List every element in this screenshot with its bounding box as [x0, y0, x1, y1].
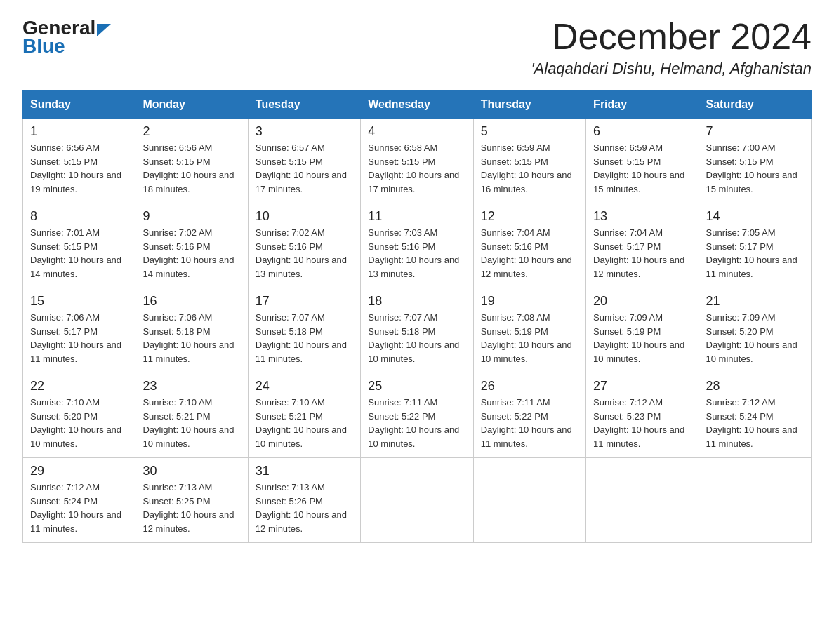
day-number: 4: [368, 124, 465, 139]
calendar-table: SundayMondayTuesdayWednesdayThursdayFrid…: [22, 90, 812, 543]
day-number: 8: [30, 209, 128, 224]
calendar-cell: 12 Sunrise: 7:04 AM Sunset: 5:16 PM Dayl…: [473, 203, 585, 288]
day-info: Sunrise: 7:12 AM Sunset: 5:24 PM Dayligh…: [706, 396, 804, 450]
day-number: 3: [256, 124, 353, 139]
svg-marker-0: [97, 24, 111, 36]
calendar-cell: 4 Sunrise: 6:58 AM Sunset: 5:15 PM Dayli…: [361, 119, 473, 203]
calendar-cell: [361, 458, 473, 543]
calendar-cell: 16 Sunrise: 7:06 AM Sunset: 5:18 PM Dayl…: [135, 288, 248, 373]
day-number: 10: [256, 209, 353, 224]
day-info: Sunrise: 7:09 AM Sunset: 5:19 PM Dayligh…: [593, 311, 691, 365]
day-number: 19: [481, 294, 578, 309]
day-number: 27: [593, 379, 691, 394]
calendar-day-header: Sunday: [23, 91, 135, 119]
calendar-cell: 10 Sunrise: 7:02 AM Sunset: 5:16 PM Dayl…: [248, 203, 360, 288]
day-number: 24: [256, 379, 353, 394]
day-number: 25: [368, 379, 465, 394]
logo: General Blue: [22, 17, 111, 58]
day-info: Sunrise: 6:58 AM Sunset: 5:15 PM Dayligh…: [368, 141, 465, 196]
calendar-cell: 31 Sunrise: 7:13 AM Sunset: 5:26 PM Dayl…: [248, 458, 360, 543]
day-number: 15: [30, 294, 128, 309]
calendar-cell: 15 Sunrise: 7:06 AM Sunset: 5:17 PM Dayl…: [23, 288, 135, 373]
calendar-cell: 17 Sunrise: 7:07 AM Sunset: 5:18 PM Dayl…: [248, 288, 360, 373]
day-info: Sunrise: 7:04 AM Sunset: 5:16 PM Dayligh…: [481, 226, 578, 281]
calendar-cell: 2 Sunrise: 6:56 AM Sunset: 5:15 PM Dayli…: [135, 119, 248, 203]
calendar-cell: 18 Sunrise: 7:07 AM Sunset: 5:18 PM Dayl…: [361, 288, 473, 373]
calendar-cell: 24 Sunrise: 7:10 AM Sunset: 5:21 PM Dayl…: [248, 373, 360, 458]
day-number: 2: [143, 124, 240, 139]
calendar-week-row: 15 Sunrise: 7:06 AM Sunset: 5:17 PM Dayl…: [23, 288, 812, 373]
day-number: 12: [481, 209, 578, 224]
calendar-cell: 11 Sunrise: 7:03 AM Sunset: 5:16 PM Dayl…: [361, 203, 473, 288]
page-title: December 2024: [531, 17, 812, 57]
day-info: Sunrise: 7:06 AM Sunset: 5:18 PM Dayligh…: [143, 311, 240, 365]
day-info: Sunrise: 7:10 AM Sunset: 5:21 PM Dayligh…: [256, 396, 353, 450]
calendar-week-row: 22 Sunrise: 7:10 AM Sunset: 5:20 PM Dayl…: [23, 373, 812, 458]
calendar-header-row: SundayMondayTuesdayWednesdayThursdayFrid…: [23, 91, 812, 119]
calendar-cell: 6 Sunrise: 6:59 AM Sunset: 5:15 PM Dayli…: [586, 119, 699, 203]
day-number: 22: [30, 379, 128, 394]
day-info: Sunrise: 7:09 AM Sunset: 5:20 PM Dayligh…: [706, 311, 804, 365]
day-number: 23: [143, 379, 240, 394]
calendar-cell: [473, 458, 585, 543]
day-number: 26: [481, 379, 578, 394]
day-info: Sunrise: 7:00 AM Sunset: 5:15 PM Dayligh…: [706, 141, 804, 196]
day-info: Sunrise: 7:06 AM Sunset: 5:17 PM Dayligh…: [30, 311, 128, 365]
calendar-cell: 27 Sunrise: 7:12 AM Sunset: 5:23 PM Dayl…: [586, 373, 699, 458]
calendar-day-header: Monday: [135, 91, 248, 119]
day-info: Sunrise: 6:57 AM Sunset: 5:15 PM Dayligh…: [256, 141, 353, 196]
day-info: Sunrise: 7:02 AM Sunset: 5:16 PM Dayligh…: [143, 226, 240, 281]
day-number: 30: [143, 464, 240, 478]
day-info: Sunrise: 7:12 AM Sunset: 5:24 PM Dayligh…: [30, 481, 128, 535]
day-number: 28: [706, 379, 804, 394]
day-number: 16: [143, 294, 240, 309]
page-header: General Blue December 2024 'Alaqahdari D…: [22, 17, 812, 78]
calendar-week-row: 8 Sunrise: 7:01 AM Sunset: 5:15 PM Dayli…: [23, 203, 812, 288]
calendar-cell: 25 Sunrise: 7:11 AM Sunset: 5:22 PM Dayl…: [361, 373, 473, 458]
day-number: 18: [368, 294, 465, 309]
day-number: 29: [30, 464, 128, 478]
calendar-cell: 5 Sunrise: 6:59 AM Sunset: 5:15 PM Dayli…: [473, 119, 585, 203]
day-info: Sunrise: 6:59 AM Sunset: 5:15 PM Dayligh…: [481, 141, 578, 196]
calendar-cell: 21 Sunrise: 7:09 AM Sunset: 5:20 PM Dayl…: [699, 288, 811, 373]
day-number: 9: [143, 209, 240, 224]
calendar-day-header: Saturday: [699, 91, 811, 119]
calendar-cell: 3 Sunrise: 6:57 AM Sunset: 5:15 PM Dayli…: [248, 119, 360, 203]
calendar-cell: 28 Sunrise: 7:12 AM Sunset: 5:24 PM Dayl…: [699, 373, 811, 458]
day-info: Sunrise: 7:13 AM Sunset: 5:26 PM Dayligh…: [256, 481, 353, 535]
calendar-cell: 20 Sunrise: 7:09 AM Sunset: 5:19 PM Dayl…: [586, 288, 699, 373]
calendar-cell: 9 Sunrise: 7:02 AM Sunset: 5:16 PM Dayli…: [135, 203, 248, 288]
day-info: Sunrise: 7:01 AM Sunset: 5:15 PM Dayligh…: [30, 226, 128, 281]
day-number: 5: [481, 124, 578, 139]
day-info: Sunrise: 7:10 AM Sunset: 5:20 PM Dayligh…: [30, 396, 128, 450]
day-info: Sunrise: 7:07 AM Sunset: 5:18 PM Dayligh…: [368, 311, 465, 365]
day-number: 11: [368, 209, 465, 224]
calendar-cell: 29 Sunrise: 7:12 AM Sunset: 5:24 PM Dayl…: [23, 458, 135, 543]
day-info: Sunrise: 7:02 AM Sunset: 5:16 PM Dayligh…: [256, 226, 353, 281]
day-number: 7: [706, 124, 804, 139]
calendar-cell: 19 Sunrise: 7:08 AM Sunset: 5:19 PM Dayl…: [473, 288, 585, 373]
day-info: Sunrise: 7:10 AM Sunset: 5:21 PM Dayligh…: [143, 396, 240, 450]
day-number: 14: [706, 209, 804, 224]
calendar-cell: 30 Sunrise: 7:13 AM Sunset: 5:25 PM Dayl…: [135, 458, 248, 543]
day-number: 21: [706, 294, 804, 309]
logo-triangle-icon: [97, 24, 111, 36]
calendar-cell: 22 Sunrise: 7:10 AM Sunset: 5:20 PM Dayl…: [23, 373, 135, 458]
calendar-cell: 26 Sunrise: 7:11 AM Sunset: 5:22 PM Dayl…: [473, 373, 585, 458]
calendar-cell: 7 Sunrise: 7:00 AM Sunset: 5:15 PM Dayli…: [699, 119, 811, 203]
day-info: Sunrise: 7:12 AM Sunset: 5:23 PM Dayligh…: [593, 396, 691, 450]
day-number: 17: [256, 294, 353, 309]
day-info: Sunrise: 7:05 AM Sunset: 5:17 PM Dayligh…: [706, 226, 804, 281]
day-info: Sunrise: 6:59 AM Sunset: 5:15 PM Dayligh…: [593, 141, 691, 196]
calendar-week-row: 29 Sunrise: 7:12 AM Sunset: 5:24 PM Dayl…: [23, 458, 812, 543]
calendar-cell: 23 Sunrise: 7:10 AM Sunset: 5:21 PM Dayl…: [135, 373, 248, 458]
day-number: 20: [593, 294, 691, 309]
calendar-day-header: Tuesday: [248, 91, 360, 119]
day-info: Sunrise: 7:11 AM Sunset: 5:22 PM Dayligh…: [481, 396, 578, 450]
calendar-cell: [586, 458, 699, 543]
day-info: Sunrise: 6:56 AM Sunset: 5:15 PM Dayligh…: [30, 141, 128, 196]
day-info: Sunrise: 7:07 AM Sunset: 5:18 PM Dayligh…: [256, 311, 353, 365]
title-block: December 2024 'Alaqahdari Dishu, Helmand…: [531, 17, 812, 78]
calendar-day-header: Friday: [586, 91, 699, 119]
calendar-cell: 14 Sunrise: 7:05 AM Sunset: 5:17 PM Dayl…: [699, 203, 811, 288]
